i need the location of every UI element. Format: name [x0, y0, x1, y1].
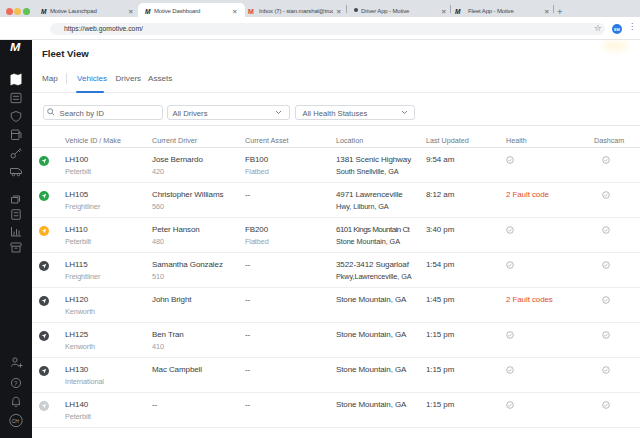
- svg-text:M: M: [10, 42, 21, 53]
- svg-text:CH: CH: [12, 418, 20, 424]
- svg-text:?: ?: [14, 380, 18, 387]
